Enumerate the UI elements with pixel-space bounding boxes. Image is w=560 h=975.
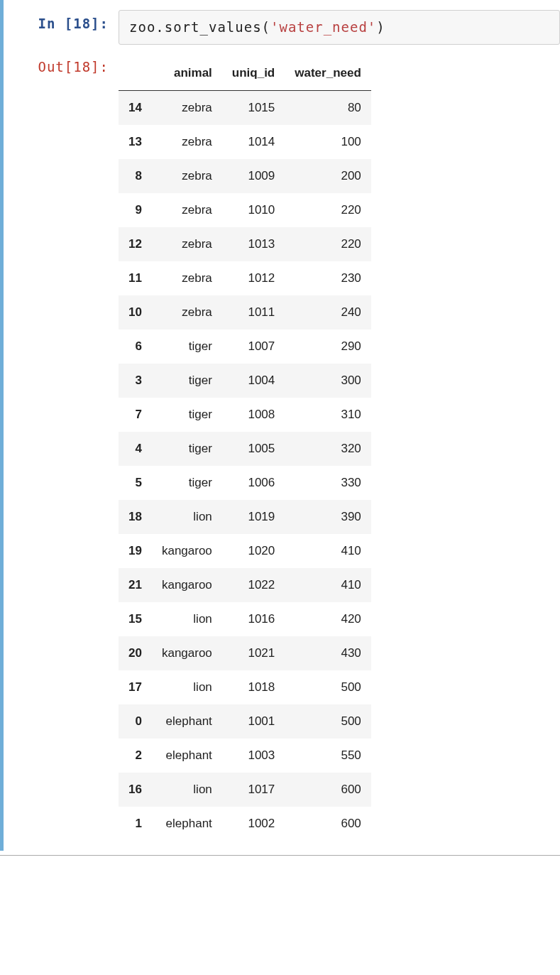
cell-animal: zebra — [152, 261, 222, 295]
cell-water-need: 410 — [285, 568, 371, 602]
row-index: 9 — [119, 193, 152, 227]
cell-uniq-id: 1012 — [222, 261, 285, 295]
cell-water-need: 600 — [285, 773, 371, 807]
cell-animal: tiger — [152, 398, 222, 432]
cell-uniq-id: 1018 — [222, 670, 285, 704]
cell-animal: kangaroo — [152, 534, 222, 568]
row-index: 1 — [119, 807, 152, 841]
table-row: 9zebra1010220 — [119, 193, 371, 227]
table-header-index — [119, 56, 152, 91]
table-row: 0elephant1001500 — [119, 704, 371, 739]
cell-animal: zebra — [152, 159, 222, 193]
cell-uniq-id: 1010 — [222, 193, 285, 227]
cell-uniq-id: 1011 — [222, 295, 285, 329]
cell-animal: tiger — [152, 329, 222, 364]
table-row: 5tiger1006330 — [119, 466, 371, 500]
cell-water-need: 240 — [285, 295, 371, 329]
cell-animal: lion — [152, 773, 222, 807]
cell-animal: zebra — [152, 295, 222, 329]
cell-animal: zebra — [152, 193, 222, 227]
cell-animal: zebra — [152, 125, 222, 159]
cell-animal: lion — [152, 670, 222, 704]
cell-uniq-id: 1001 — [222, 704, 285, 739]
table-row: 6tiger1007290 — [119, 329, 371, 364]
cell-uniq-id: 1008 — [222, 398, 285, 432]
table-row: 15lion1016420 — [119, 602, 371, 636]
cell-uniq-id: 1021 — [222, 636, 285, 670]
row-index: 0 — [119, 704, 152, 739]
cell-animal: kangaroo — [152, 568, 222, 602]
cell-water-need: 230 — [285, 261, 371, 295]
cell-water-need: 550 — [285, 739, 371, 773]
table-header-animal: animal — [152, 56, 222, 91]
code-input[interactable]: zoo.sort_values('water_need') — [119, 10, 560, 45]
table-row: 10zebra1011240 — [119, 295, 371, 329]
cell-uniq-id: 1006 — [222, 466, 285, 500]
output-prompt: Out[18]: — [4, 53, 119, 75]
cell-animal: zebra — [152, 227, 222, 261]
cell-water-need: 430 — [285, 636, 371, 670]
cell-uniq-id: 1003 — [222, 739, 285, 773]
output-row: Out[18]: animal uniq_id water_need 14zeb… — [4, 53, 560, 841]
code-token: ) — [376, 19, 385, 35]
row-index: 10 — [119, 295, 152, 329]
table-row: 20kangaroo1021430 — [119, 636, 371, 670]
row-index: 18 — [119, 500, 152, 534]
code-token: zoo.sort_values( — [129, 19, 270, 35]
cell-water-need: 200 — [285, 159, 371, 193]
cell-uniq-id: 1020 — [222, 534, 285, 568]
cell-water-need: 220 — [285, 193, 371, 227]
cell-uniq-id: 1004 — [222, 364, 285, 398]
row-index: 17 — [119, 670, 152, 704]
cell-animal: zebra — [152, 90, 222, 125]
cell-divider — [0, 855, 560, 856]
table-row: 7tiger1008310 — [119, 398, 371, 432]
cell-animal: elephant — [152, 704, 222, 739]
cell-water-need: 390 — [285, 500, 371, 534]
cell-uniq-id: 1017 — [222, 773, 285, 807]
table-row: 2elephant1003550 — [119, 739, 371, 773]
cell-uniq-id: 1019 — [222, 500, 285, 534]
cell-uniq-id: 1016 — [222, 602, 285, 636]
code-string-literal: 'water_need' — [270, 19, 376, 35]
cell-water-need: 320 — [285, 432, 371, 466]
row-index: 6 — [119, 329, 152, 364]
row-index: 12 — [119, 227, 152, 261]
cell-uniq-id: 1002 — [222, 807, 285, 841]
cell-uniq-id: 1009 — [222, 159, 285, 193]
table-header-water-need: water_need — [285, 56, 371, 91]
cell-water-need: 420 — [285, 602, 371, 636]
table-row: 18lion1019390 — [119, 500, 371, 534]
table-header: animal uniq_id water_need — [119, 56, 371, 91]
cell-water-need: 500 — [285, 704, 371, 739]
cell-uniq-id: 1005 — [222, 432, 285, 466]
cell-animal: kangaroo — [152, 636, 222, 670]
table-row: 12zebra1013220 — [119, 227, 371, 261]
table-row: 13zebra1014100 — [119, 125, 371, 159]
input-row: In [18]: zoo.sort_values('water_need') — [4, 10, 560, 45]
cell-water-need: 290 — [285, 329, 371, 364]
cell-animal: tiger — [152, 432, 222, 466]
row-index: 15 — [119, 602, 152, 636]
row-index: 8 — [119, 159, 152, 193]
cell-water-need: 600 — [285, 807, 371, 841]
row-index: 2 — [119, 739, 152, 773]
table-row: 14zebra101580 — [119, 90, 371, 125]
table-row: 4tiger1005320 — [119, 432, 371, 466]
row-index: 16 — [119, 773, 152, 807]
cell-water-need: 310 — [285, 398, 371, 432]
cell-animal: lion — [152, 602, 222, 636]
table-row: 17lion1018500 — [119, 670, 371, 704]
row-index: 3 — [119, 364, 152, 398]
table-row: 3tiger1004300 — [119, 364, 371, 398]
cell-water-need: 80 — [285, 90, 371, 125]
table-header-uniq-id: uniq_id — [222, 56, 285, 91]
row-index: 20 — [119, 636, 152, 670]
table-row: 11zebra1012230 — [119, 261, 371, 295]
row-index: 5 — [119, 466, 152, 500]
cell-water-need: 330 — [285, 466, 371, 500]
input-prompt: In [18]: — [4, 10, 119, 31]
notebook-cell: In [18]: zoo.sort_values('water_need') O… — [0, 0, 560, 851]
cell-water-need: 300 — [285, 364, 371, 398]
row-index: 11 — [119, 261, 152, 295]
